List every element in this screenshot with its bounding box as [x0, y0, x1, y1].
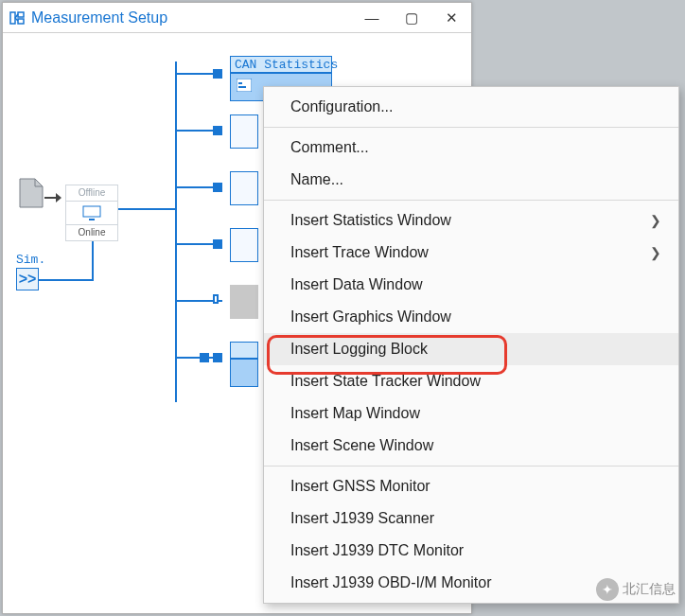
menu-label: Insert Data Window: [290, 276, 423, 293]
menu-label: Insert Statistics Window: [290, 212, 451, 229]
connector-port[interactable]: [213, 183, 222, 192]
svg-rect-7: [83, 206, 100, 217]
monitor-icon: [81, 205, 102, 220]
menu-label: Insert J1939 DTC Monitor: [290, 542, 464, 559]
menu-insert-state-tracker-window[interactable]: Insert State Tracker Window: [264, 365, 678, 397]
menu-label: Insert Logging Block: [290, 341, 428, 358]
watermark: ✦ 北汇信息: [596, 578, 676, 601]
connector-port[interactable]: [213, 353, 222, 362]
menu-insert-j1939-dtc-monitor[interactable]: Insert J1939 DTC Monitor: [264, 535, 678, 567]
menu-insert-logging-block[interactable]: Insert Logging Block: [264, 333, 678, 365]
menu-label: Insert Trace Window: [290, 244, 429, 261]
menu-label: Configuration...: [290, 98, 394, 115]
menu-insert-data-window[interactable]: Insert Data Window: [264, 269, 678, 301]
menu-label: Insert GNSS Monitor: [290, 478, 430, 495]
svg-rect-1: [18, 12, 24, 17]
menu-label: Insert J1939 Scanner: [290, 510, 434, 527]
menu-label: Insert Scene Window: [290, 437, 433, 454]
menu-separator: [264, 200, 678, 201]
watermark-text: 北汇信息: [623, 581, 676, 598]
node-block[interactable]: [230, 359, 258, 387]
chevron-right-icon: ❯: [650, 213, 661, 228]
node-block[interactable]: [230, 228, 258, 262]
wire: [92, 241, 94, 281]
svg-rect-10: [238, 82, 242, 84]
statistics-icon: [237, 79, 252, 96]
menu-comment[interactable]: Comment...: [264, 132, 678, 164]
connector-port[interactable]: [213, 239, 222, 249]
svg-rect-9: [237, 79, 252, 92]
menu-label: Insert J1939 OBD-I/M Monitor: [290, 574, 492, 591]
menu-insert-statistics-window[interactable]: Insert Statistics Window❯: [264, 204, 678, 237]
sim-start-button[interactable]: >>: [16, 268, 39, 290]
menu-insert-j1939-scanner[interactable]: Insert J1939 Scanner: [264, 502, 678, 535]
node-block[interactable]: [230, 171, 258, 205]
svg-rect-11: [238, 86, 246, 88]
menu-separator: [264, 466, 678, 466]
connector-port[interactable]: [213, 69, 222, 79]
menu-configuration[interactable]: Configuration...: [264, 91, 678, 123]
chevron-right-icon: ❯: [650, 245, 661, 260]
menu-separator: [264, 127, 678, 128]
node-can-statistics-header[interactable]: CAN Statistics: [230, 56, 332, 73]
connector-port[interactable]: [213, 126, 222, 135]
menu-label: Name...: [290, 171, 343, 188]
connector-port[interactable]: [200, 353, 209, 362]
menu-label: Insert State Tracker Window: [290, 373, 481, 390]
wire: [39, 279, 94, 281]
titlebar[interactable]: Measurement Setup — ▢ ✕: [3, 3, 471, 33]
sim-label: Sim.: [16, 253, 45, 267]
node-block[interactable]: [230, 114, 258, 149]
wechat-icon: ✦: [596, 578, 619, 601]
menu-insert-gnss-monitor[interactable]: Insert GNSS Monitor: [264, 470, 678, 502]
node-block-disabled[interactable]: [230, 285, 258, 319]
svg-rect-2: [18, 19, 24, 24]
context-menu: Configuration... Comment... Name... Inse…: [263, 86, 679, 604]
menu-insert-scene-window[interactable]: Insert Scene Window: [264, 430, 678, 462]
svg-marker-6: [56, 193, 61, 202]
window-title: Measurement Setup: [31, 9, 167, 26]
node-block-header[interactable]: [230, 342, 258, 359]
mode-online-label: Online: [66, 225, 117, 240]
wire: [175, 62, 177, 402]
menu-insert-trace-window[interactable]: Insert Trace Window❯: [264, 237, 678, 269]
app-icon: [9, 9, 26, 26]
close-button[interactable]: ✕: [431, 4, 471, 32]
menu-name[interactable]: Name...: [264, 164, 678, 196]
wire: [118, 208, 177, 210]
menu-label: Comment...: [290, 139, 369, 156]
mode-offline-label: Offline: [66, 185, 117, 201]
svg-rect-0: [10, 12, 15, 24]
arrow-icon: [44, 190, 61, 207]
file-icon: [18, 177, 44, 213]
minimize-button[interactable]: —: [352, 4, 392, 32]
menu-label: Insert Graphics Window: [290, 308, 451, 326]
menu-insert-graphics-window[interactable]: Insert Graphics Window: [264, 301, 678, 333]
menu-insert-map-window[interactable]: Insert Map Window: [264, 397, 678, 430]
menu-label: Insert Map Window: [290, 405, 420, 422]
connector-port-break[interactable]: [213, 294, 219, 304]
mode-selector[interactable]: Offline Online: [65, 185, 118, 241]
maximize-button[interactable]: ▢: [392, 4, 431, 32]
